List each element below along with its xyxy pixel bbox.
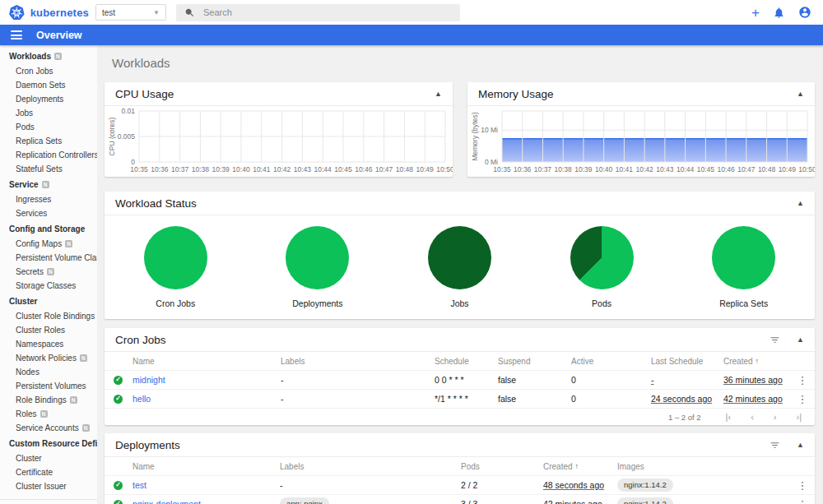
row-actions-menu-icon[interactable]: ⋮ [790,375,815,386]
sidebar-item-certificate[interactable]: Certificate [0,465,97,479]
row-actions-menu-icon[interactable]: ⋮ [790,499,815,504]
resource-link[interactable]: test [133,480,146,490]
sidebar-item-storage-classes[interactable]: Storage Classes [0,279,97,293]
collapse-card-icon[interactable]: ▲ [797,442,804,449]
table-header-row: NameLabelsScheduleSuspendActiveLast Sche… [105,352,815,370]
filter-icon[interactable] [770,335,780,345]
top-app-bar: kubernetes test ▼ + [0,0,823,25]
workload-status-replica-sets: Replica Sets [672,226,815,318]
column-header-pods[interactable]: Pods [461,462,543,471]
replica-sets-pie-chart[interactable] [712,226,775,289]
chevron-down-icon: ▼ [153,9,160,16]
pods-value: 2 / 2 [461,480,477,490]
column-header-created[interactable]: Created↑ [723,357,790,366]
sidebar-item-persistent-volumes[interactable]: Persistent Volumes [0,379,97,393]
collapse-card-icon[interactable]: ▲ [797,200,804,207]
cron-jobs-title: Cron Jobs [115,334,770,346]
sidebar-item-deployments[interactable]: Deployments [0,92,97,106]
svg-text:10:49: 10:49 [416,165,435,173]
resource-link[interactable]: midnight [133,375,165,385]
sidebar-item-network-policies[interactable]: Network PoliciesN [0,351,97,365]
cron-jobs-pie-chart[interactable] [144,226,207,289]
pods-pie-chart[interactable] [570,226,634,289]
sidebar-item-secrets[interactable]: SecretsN [0,265,97,279]
collapse-card-icon[interactable]: ▲ [797,336,804,344]
sidebar-item-cron-jobs[interactable]: Cron Jobs [0,64,97,78]
resource-link[interactable]: nginx-deployment [133,499,201,504]
sidebar-item-service-accounts[interactable]: Service AccountsN [0,421,97,435]
filter-icon[interactable] [770,440,780,451]
column-header-active[interactable]: Active [571,357,651,366]
sidebar-item-role-bindings[interactable]: Role BindingsN [0,393,97,407]
last_schedule-value: 24 seconds ago [651,394,712,404]
svg-text:10:46: 10:46 [717,165,735,173]
sidebar-item-daemon-sets[interactable]: Daemon Sets [0,78,97,92]
sidebar-group-config-and-storage[interactable]: Config and Storage [0,220,97,237]
collapse-card-icon[interactable]: ▲ [435,90,442,98]
namespace-selector[interactable]: test ▼ [95,4,166,21]
search-input[interactable] [203,7,452,17]
collapse-card-icon[interactable]: ▲ [797,90,804,98]
svg-text:10:41: 10:41 [616,165,634,173]
sidebar-item-roles[interactable]: RolesN [0,407,97,421]
column-header-schedule[interactable]: Schedule [435,357,498,366]
svg-text:10:37: 10:37 [534,165,552,173]
sidebar-item-stateful-sets[interactable]: Stateful Sets [0,162,97,176]
page-title: Workloads [112,56,815,70]
first-page-icon[interactable]: |‹ [726,413,732,422]
svg-text:10:45: 10:45 [697,165,715,173]
svg-text:10:48: 10:48 [396,165,414,173]
user-account-icon[interactable] [798,6,811,19]
workload-status-cron-jobs: Cron Jobs [105,226,247,318]
column-header-last-schedule[interactable]: Last Schedule [651,357,723,366]
search-bar[interactable] [176,4,460,21]
column-header-name[interactable]: Name [133,462,280,471]
sidebar-item-replica-sets[interactable]: Replica Sets [0,134,97,148]
sidebar-group-service[interactable]: ServiceN [0,176,97,192]
sidebar-group-workloads[interactable]: WorkloadsN [0,48,97,64]
sidebar-item-config-maps[interactable]: Config MapsN [0,237,97,251]
kubernetes-logo[interactable]: kubernetes [0,3,95,22]
sidebar-item-cluster-issuer[interactable]: Cluster Issuer [0,479,97,493]
sidebar-item-cluster-role-bindings[interactable]: Cluster Role Bindings [0,309,97,323]
deployments-pie-chart[interactable] [286,226,349,289]
create-resource-button[interactable]: + [751,6,760,20]
sidebar-item-nodes[interactable]: Nodes [0,365,97,379]
svg-text:10:38: 10:38 [555,165,573,173]
next-page-icon[interactable]: › [774,413,777,422]
labels-value: - [281,394,284,404]
sidebar-item-persistent-volume-claims[interactable]: Persistent Volume ClaimsN [0,251,97,265]
jobs-pie-chart[interactable] [428,226,491,289]
last-page-icon[interactable]: ›| [796,413,802,422]
sidebar-item-namespaces[interactable]: Namespaces [0,337,97,351]
column-header-images[interactable]: Images [617,462,790,471]
resource-link[interactable]: hello [133,394,151,404]
sidebar-item-cluster[interactable]: Cluster [0,451,97,465]
row-actions-menu-icon[interactable]: ⋮ [790,480,815,491]
notifications-bell-icon[interactable] [773,7,785,19]
column-header-created[interactable]: Created↑ [543,462,617,471]
workload-status-card: Workload Status ▲ Cron Jobs Deployments … [105,192,815,319]
svg-text:10:45: 10:45 [334,165,352,173]
sidebar-group-custom-resource-definitions[interactable]: Custom Resource Definitions [0,435,97,451]
search-icon [184,7,195,18]
sidebar-group-cluster[interactable]: Cluster [0,293,97,309]
sidebar-item-services[interactable]: Services [0,206,97,220]
sidebar-item-replication-controllers[interactable]: Replication Controllers [0,148,97,162]
sidebar-item-pods[interactable]: Pods [0,120,97,134]
sidebar-item-ingresses[interactable]: Ingresses [0,192,97,206]
svg-text:10:35: 10:35 [493,165,511,173]
column-header-labels[interactable]: Labels [281,357,435,366]
column-header-labels[interactable]: Labels [280,462,461,471]
column-header-name[interactable]: Name [133,357,281,366]
row-actions-menu-icon[interactable]: ⋮ [790,394,815,405]
sidebar-item-jobs[interactable]: Jobs [0,106,97,120]
namespaced-badge: N [47,268,54,275]
column-header-suspend[interactable]: Suspend [498,357,571,366]
cpu-usage-title: CPU Usage [115,88,435,100]
menu-hamburger-icon[interactable] [11,30,22,39]
previous-page-icon[interactable]: ‹ [751,413,754,422]
images-chip: nginx:1.14.2 [617,497,673,504]
svg-text:10 Mi: 10 Mi [481,126,498,134]
sidebar-item-cluster-roles[interactable]: Cluster Roles [0,323,97,337]
